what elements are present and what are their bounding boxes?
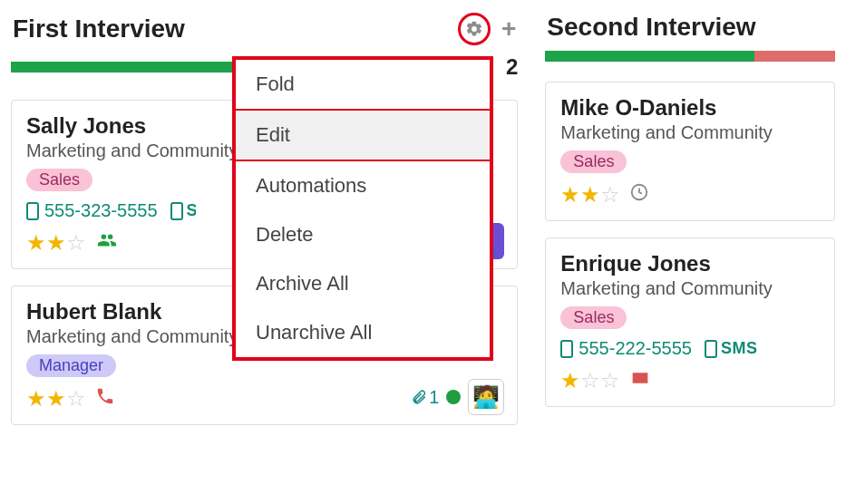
star-icon: ★ (580, 182, 600, 207)
phone-number: 555-323-5555 (44, 200, 158, 221)
status-dot-icon (446, 390, 461, 404)
star-icon: ★ (46, 386, 66, 411)
phone-icon (705, 340, 717, 358)
tag-sales[interactable]: Sales (26, 169, 92, 191)
candidate-name: Mike O-Daniels (560, 95, 820, 121)
phone-link[interactable]: 555-323-5555 (26, 200, 158, 221)
phone-icon (170, 202, 183, 220)
phone-link[interactable]: 555-222-5555 (560, 338, 692, 359)
column-header: Second Interview (545, 7, 835, 51)
group-icon[interactable] (95, 230, 119, 256)
phone-icon (26, 202, 39, 220)
star-rating[interactable]: ★☆☆ (560, 368, 620, 393)
candidate-subtitle: Marketing and Community (26, 141, 235, 161)
tag-sales[interactable]: Sales (560, 150, 627, 173)
attachment-count: 1 (429, 387, 439, 408)
column-menu: Fold Edit Automations Delete Archive All… (232, 56, 493, 361)
star-icon: ★ (26, 386, 46, 411)
star-rating[interactable]: ★★☆ (26, 386, 86, 412)
phone-icon (560, 340, 573, 358)
menu-item-delete[interactable]: Delete (236, 210, 490, 259)
phone-call-icon[interactable] (95, 386, 115, 412)
star-icon: ★ (560, 182, 580, 207)
kanban-column-second-interview: Second Interview Mike O-Daniels Marketin… (545, 7, 835, 425)
menu-item-fold[interactable]: Fold (236, 60, 490, 109)
star-icon: ☆ (600, 182, 620, 207)
menu-item-archive-all[interactable]: Archive All (236, 259, 490, 308)
star-icon: ☆ (66, 386, 86, 411)
candidate-card[interactable]: Enrique Jones Marketing and Community Sa… (545, 237, 835, 407)
avatar[interactable]: 🧑‍💻 (468, 379, 504, 415)
candidate-card[interactable]: Mike O-Daniels Marketing and Community S… (545, 82, 835, 221)
column-title: First Interview (13, 15, 185, 44)
star-icon: ☆ (66, 230, 86, 255)
column-header: First Interview + (11, 7, 518, 54)
sms-link[interactable]: SMS (705, 339, 758, 358)
candidate-subtitle: Marketing and Community (560, 122, 820, 143)
sms-label: SMS (721, 339, 758, 358)
star-icon: ☆ (580, 368, 600, 393)
phone-number: 555-222-5555 (579, 338, 692, 359)
star-rating[interactable]: ★★☆ (26, 230, 86, 256)
sms-label: SMS (187, 201, 196, 220)
star-rating[interactable]: ★★☆ (560, 182, 620, 208)
attachments[interactable]: 1 (411, 387, 439, 408)
mail-icon[interactable] (629, 369, 651, 393)
candidate-subtitle: Marketing and Community (560, 278, 820, 299)
candidate-subtitle: Marketing and Community (26, 326, 235, 347)
kanban-column-first-interview: First Interview + 2 Sally Jones Marketin… (11, 7, 518, 425)
tag-manager[interactable]: Manager (26, 354, 116, 377)
menu-item-unarchive-all[interactable]: Unarchive All (236, 308, 490, 357)
sms-link[interactable]: SMS (170, 201, 196, 220)
clock-icon[interactable] (629, 182, 649, 208)
column-title: Second Interview (547, 13, 755, 42)
star-icon: ★ (26, 230, 46, 255)
menu-item-automations[interactable]: Automations (236, 161, 490, 210)
star-icon: ★ (560, 368, 580, 393)
gear-icon[interactable] (458, 13, 491, 45)
column-count: 2 (501, 54, 518, 80)
column-progress (545, 51, 835, 62)
add-card-icon[interactable]: + (501, 15, 516, 44)
candidate-name: Enrique Jones (560, 251, 820, 276)
star-icon: ★ (46, 230, 66, 255)
star-icon: ☆ (600, 368, 620, 393)
tag-sales[interactable]: Sales (560, 306, 627, 329)
menu-item-edit[interactable]: Edit (236, 111, 490, 160)
